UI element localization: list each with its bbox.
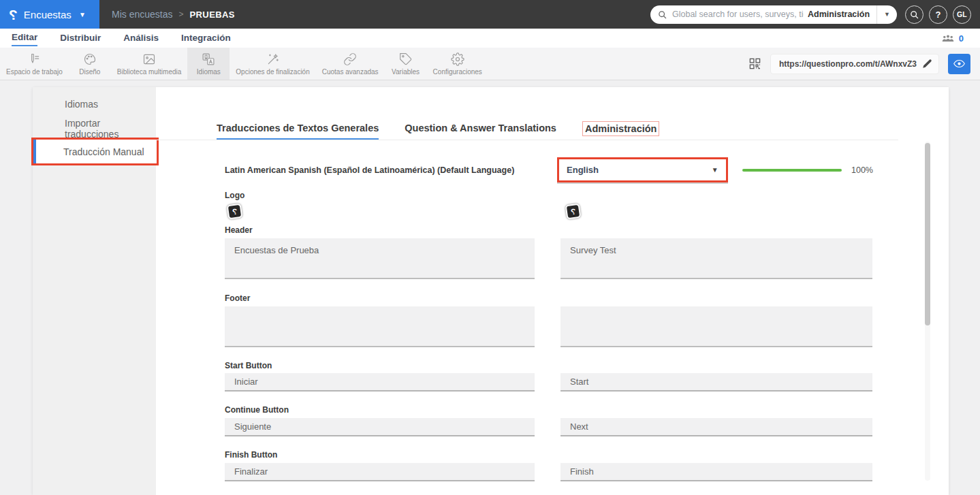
field-label-continue-button: Continue Button xyxy=(225,405,873,415)
nav-item-integracion[interactable]: Integración xyxy=(181,31,231,46)
questionpro-logo-icon: ? xyxy=(9,7,18,22)
workspace-icon xyxy=(27,52,41,66)
translation-tabs: Traducciones de Textos Generales Questio… xyxy=(217,121,659,140)
panel-scrollbar-thumb[interactable] xyxy=(925,143,930,325)
field-label-logo: Logo xyxy=(225,191,873,200)
footer-fields-row xyxy=(225,306,873,347)
top-bar: ? Encuestas ▼ Mis encuestas > PRUEBAS Ad… xyxy=(0,0,980,29)
source-language-label: Latin American Spanish (Español de Latin… xyxy=(225,165,557,175)
wand-icon xyxy=(266,52,280,66)
toolbar-item-espacio-de-trabajo[interactable]: Espacio de trabajo xyxy=(0,48,69,80)
field-label-start-button: Start Button xyxy=(225,361,873,370)
field-label-footer: Footer xyxy=(225,293,873,303)
tag-icon xyxy=(399,52,413,66)
continue-button-fields-row: Siguiente Next xyxy=(225,418,873,436)
global-search: Administración ▼ xyxy=(650,5,897,24)
sidebar-item-idiomas[interactable]: Idiomas xyxy=(33,93,156,116)
edit-url-pencil-icon[interactable] xyxy=(922,59,932,69)
breadcrumb-separator: > xyxy=(178,10,183,19)
header-fields-row: Encuestas de Prueba Survey Test xyxy=(225,238,873,279)
qr-code-button[interactable] xyxy=(748,57,761,70)
respondent-count[interactable]: 0 xyxy=(959,33,964,44)
field-label-header: Header xyxy=(225,225,873,235)
target-language-dropdown[interactable]: English ▼ xyxy=(557,157,728,182)
nav-item-analisis[interactable]: Análisis xyxy=(123,31,159,46)
toolbar-item-diseno[interactable]: Diseño xyxy=(69,48,111,80)
search-scope-dropdown[interactable]: ▼ xyxy=(876,5,897,24)
image-icon xyxy=(142,52,156,66)
source-logo-thumbnail[interactable]: ? xyxy=(227,204,243,220)
help-button[interactable]: ? xyxy=(929,5,947,24)
logo-thumbnails-row: ? ? xyxy=(225,204,873,219)
finish-button-fields-row: Finalizar Finish xyxy=(225,463,873,481)
nav-item-distribuir[interactable]: Distribuir xyxy=(60,31,101,46)
chevron-down-icon: ▼ xyxy=(712,166,718,174)
link-icon xyxy=(343,52,357,66)
brand-menu[interactable]: ? Encuestas ▼ xyxy=(0,0,99,29)
start-button-target-input[interactable]: Start xyxy=(560,373,872,392)
avatar[interactable]: GL xyxy=(953,5,971,24)
search-scope-label[interactable]: Administración xyxy=(804,10,876,19)
toolbar-item-cuotas-avanzadas[interactable]: Cuotas avanzadas xyxy=(316,48,385,80)
continue-button-target-input[interactable]: Next xyxy=(560,418,872,436)
toolbar-item-idiomas[interactable]: Idiomas xyxy=(187,48,230,80)
finish-button-target-input[interactable]: Finish xyxy=(560,463,872,481)
global-search-input[interactable] xyxy=(672,10,804,19)
eye-icon xyxy=(953,58,965,69)
translation-main-area: Traducciones de Textos Generales Questio… xyxy=(156,87,949,495)
breadcrumb-parent-link[interactable]: Mis encuestas xyxy=(112,9,172,20)
survey-url[interactable]: https://questionpro.com/t/AWnxvZ3 xyxy=(779,59,917,69)
panel-scrollbar-track[interactable] xyxy=(925,142,930,481)
translate-icon xyxy=(202,52,215,66)
palette-icon xyxy=(83,52,97,66)
finish-button-source-input[interactable]: Finalizar xyxy=(225,463,535,481)
translation-progress-bar xyxy=(742,169,842,172)
languages-sidebar: Idiomas Importar traducciones Traducción… xyxy=(33,87,156,495)
chevron-down-icon: ▼ xyxy=(79,11,86,18)
search-button[interactable] xyxy=(905,5,923,24)
toolbar-item-configuraciones[interactable]: Configuraciones xyxy=(427,48,488,80)
search-icon xyxy=(658,10,667,19)
sidebar-item-traduccion-manual[interactable]: Traducción Manual xyxy=(31,138,159,165)
preview-button[interactable] xyxy=(948,54,970,74)
toolbar-item-opciones-de-finalizacion[interactable]: Opciones de finalización xyxy=(230,48,315,80)
languages-content-card: Idiomas Importar traducciones Traducción… xyxy=(33,87,949,495)
start-button-source-input[interactable]: Iniciar xyxy=(225,373,535,392)
field-label-finish-button: Finish Button xyxy=(225,450,873,460)
gear-icon xyxy=(451,52,464,66)
tab-administracion[interactable]: Administración xyxy=(582,121,660,136)
translation-progress-percent: 100% xyxy=(851,165,873,175)
target-logo-thumbnail[interactable]: ? xyxy=(565,204,582,220)
footer-target-textarea[interactable] xyxy=(560,306,872,347)
toolbar-item-biblioteca-multimedia[interactable]: Biblioteca multimedia xyxy=(111,48,188,80)
brand-label: Encuestas xyxy=(24,9,72,20)
survey-nav: Editar Distribuir Análisis Integración 0 xyxy=(0,29,980,48)
tab-question-answer-translations[interactable]: Question & Answer Translations xyxy=(405,123,556,140)
tab-traducciones-textos-generales[interactable]: Traducciones de Textos Generales xyxy=(217,123,379,140)
respondents-icon xyxy=(942,34,954,43)
general-texts-panel: Latin American Spanish (Español de Latin… xyxy=(156,140,898,484)
sidebar-item-importar-traducciones[interactable]: Importar traducciones xyxy=(33,117,156,140)
header-target-textarea[interactable]: Survey Test xyxy=(560,238,872,279)
start-button-fields-row: Iniciar Start xyxy=(225,373,873,392)
edit-toolbar: Espacio de trabajo Diseño Biblioteca mul… xyxy=(0,48,980,80)
footer-source-textarea[interactable] xyxy=(225,306,535,347)
toolbar-item-variables[interactable]: Variables xyxy=(385,48,427,80)
breadcrumb: Mis encuestas > PRUEBAS xyxy=(99,9,650,20)
breadcrumb-current: PRUEBAS xyxy=(190,10,235,20)
survey-url-field[interactable]: https://questionpro.com/t/AWnxvZ3 xyxy=(770,54,939,74)
language-selector-row: Latin American Spanish (Español de Latin… xyxy=(225,157,873,182)
continue-button-source-input[interactable]: Siguiente xyxy=(225,418,535,436)
nav-item-editar[interactable]: Editar xyxy=(12,30,37,46)
header-source-textarea[interactable]: Encuestas de Prueba xyxy=(225,238,535,279)
